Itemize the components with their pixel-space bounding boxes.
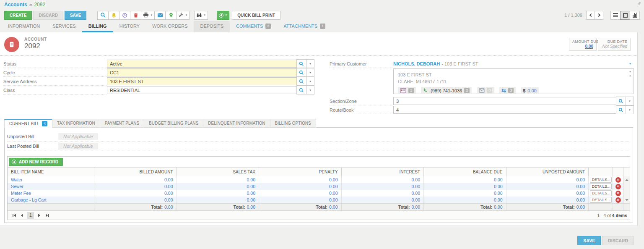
bill-item-link[interactable]: Garbage - Lg Cart: [11, 197, 47, 202]
cycle-search-button[interactable]: [296, 68, 306, 77]
details-button[interactable]: DETAILS...: [590, 190, 612, 196]
tab-history[interactable]: HISTORY: [113, 21, 146, 32]
history-button[interactable]: [119, 11, 130, 20]
print-button[interactable]: ▼: [141, 11, 155, 20]
advanced-search-button[interactable]: ▼: [194, 11, 208, 20]
delete-row-icon[interactable]: ×: [615, 197, 621, 203]
route-book-search-button[interactable]: [616, 105, 626, 114]
dollar-icon: $: [523, 88, 525, 93]
tab-work-orders[interactable]: WORK ORDERS: [146, 21, 194, 32]
service-address-dropdown-button[interactable]: ▼: [306, 77, 314, 86]
cycle-dropdown-button[interactable]: ▼: [306, 68, 314, 77]
subtab-delinquent-information[interactable]: DELINQUENT INFORMATION: [203, 119, 270, 128]
class-dropdown-button[interactable]: ▼: [306, 86, 314, 94]
section-zone-dropdown-button[interactable]: ▼: [626, 97, 634, 105]
section-zone-search-button[interactable]: [616, 97, 626, 105]
address-box-scroll-arrows[interactable]: ▼▲: [629, 71, 631, 77]
service-address-input[interactable]: [107, 77, 297, 85]
status-search-button[interactable]: [296, 59, 306, 68]
tab-billing[interactable]: BILLING: [82, 21, 113, 32]
balance-pill[interactable]: $ 0.00: [521, 87, 539, 94]
column-header-unposted-amount[interactable]: UNPOSTED AMOUNT: [506, 168, 589, 176]
save-button[interactable]: SAVE: [65, 11, 87, 20]
sales-tax-cell: 0.00: [177, 183, 259, 190]
delete-button[interactable]: [130, 11, 141, 20]
column-header-billed-amount[interactable]: BILLED AMOUNT: [94, 168, 177, 176]
column-header-balance-due[interactable]: BALANCE DUE: [423, 168, 506, 176]
pager-previous-button[interactable]: [18, 212, 26, 219]
bill-item-link[interactable]: Meter Fee: [11, 191, 31, 196]
status-dropdown-button[interactable]: ▼: [306, 59, 314, 68]
route-book-dropdown-button[interactable]: ▼: [626, 105, 634, 114]
column-header-penalty[interactable]: PENALTY: [259, 168, 341, 176]
footer-discard-button[interactable]: DISCARD: [602, 236, 634, 245]
delete-row-icon[interactable]: ×: [615, 184, 621, 189]
pager-current-page[interactable]: 1: [27, 212, 34, 219]
tab-attachments[interactable]: ATTACHMENTS 1: [277, 21, 332, 32]
create-button[interactable]: CREATE: [4, 11, 32, 20]
delete-row-icon[interactable]: ×: [615, 191, 621, 196]
pager-last-button[interactable]: [43, 212, 51, 219]
details-button[interactable]: DETAILS...: [590, 197, 612, 203]
section-zone-input[interactable]: [393, 97, 616, 105]
transfer-pill[interactable]: ⇆ 3: [499, 87, 516, 94]
class-input[interactable]: [107, 86, 297, 94]
pager-next-button[interactable]: [35, 212, 43, 219]
tab-comments[interactable]: COMMENTS 2: [230, 21, 277, 32]
class-search-button[interactable]: [296, 86, 306, 94]
next-record-button[interactable]: [595, 11, 603, 20]
details-button[interactable]: DETAILS...: [590, 183, 612, 189]
balance-due-cell: 0.00: [423, 190, 506, 197]
table-row-meter-fee: Meter Fee 0.00 0.00 0.00 0.00 0.00 0.00 …: [8, 190, 630, 197]
grid-scroll-down-icon[interactable]: [625, 199, 628, 201]
customer-id-pill[interactable]: 1: [398, 87, 416, 94]
add-actions-button[interactable]: ▼: [217, 11, 229, 20]
id-card-icon: [400, 88, 406, 93]
subtab-budget-billing-plans[interactable]: BUDGET BILLING PLANS: [144, 119, 203, 128]
chart-view-button[interactable]: [630, 11, 640, 20]
primary-customer-link[interactable]: NICHOLS, DEBORAH: [393, 61, 440, 66]
tab-deposits[interactable]: DEPOSITS: [194, 21, 230, 32]
customer-address-box: 103 E FIRST ST CLARE, MI 48617-1711 ▼▲ 1…: [393, 68, 634, 94]
status-input[interactable]: [107, 60, 297, 68]
subtab-current-bill[interactable]: CURRENT BILL 4: [4, 119, 52, 128]
email-button[interactable]: [154, 11, 166, 20]
pin-icon[interactable]: [637, 1, 641, 6]
column-header-interest[interactable]: INTEREST: [341, 168, 424, 176]
list-view-button[interactable]: [610, 11, 621, 20]
form-right-column: Primary Customer NICHOLS, DEBORAH - 103 …: [330, 59, 634, 114]
details-button[interactable]: DETAILS...: [590, 177, 612, 183]
amount-due-value[interactable]: 0.00: [585, 44, 593, 49]
add-new-record-button[interactable]: ADD NEW RECORD: [9, 158, 63, 166]
service-address-search-button[interactable]: [296, 77, 306, 86]
delete-row-icon[interactable]: ×: [615, 177, 621, 183]
card-view-button[interactable]: [620, 11, 630, 20]
email-pill[interactable]: 0: [477, 87, 494, 94]
route-book-input[interactable]: [393, 106, 616, 114]
quick-bill-print-button[interactable]: QUICK BILL PRINT: [232, 11, 280, 20]
tab-information[interactable]: INFORMATION: [2, 21, 46, 32]
bill-item-link[interactable]: Sewer: [11, 184, 23, 189]
tab-services[interactable]: SERVICES: [46, 21, 82, 32]
document-icon: [8, 41, 16, 48]
column-header-bill-item-name[interactable]: BILL ITEM NAME: [8, 168, 94, 176]
footer-save-button[interactable]: SAVE: [577, 236, 601, 245]
subtab-payment-plans[interactable]: PAYMENT PLANS: [100, 119, 144, 128]
map-button[interactable]: [165, 11, 177, 20]
grid-scroll-up-icon[interactable]: [625, 179, 628, 181]
discard-button[interactable]: DISCARD: [33, 11, 63, 20]
previous-record-button[interactable]: [586, 11, 595, 20]
subtab-tax-information[interactable]: TAX INFORMATION: [52, 119, 100, 128]
bill-item-link[interactable]: Water: [11, 177, 23, 182]
phone-pill[interactable]: (989) 741-1036 2: [421, 87, 472, 94]
primary-customer-dropdown-caret-icon[interactable]: ▼: [629, 63, 631, 65]
search-button[interactable]: [97, 11, 109, 20]
breadcrumb-accounts-link[interactable]: Accounts: [4, 2, 27, 8]
notifications-button[interactable]: [108, 11, 119, 20]
penalty-cell: 0.00: [259, 197, 341, 203]
cycle-input[interactable]: [107, 68, 297, 76]
pager-first-button[interactable]: [10, 212, 18, 219]
subtab-billing-options[interactable]: BILLING OPTIONS: [270, 119, 316, 128]
column-header-sales-tax[interactable]: SALES TAX: [177, 168, 259, 176]
tools-button[interactable]: ▼: [176, 11, 190, 20]
